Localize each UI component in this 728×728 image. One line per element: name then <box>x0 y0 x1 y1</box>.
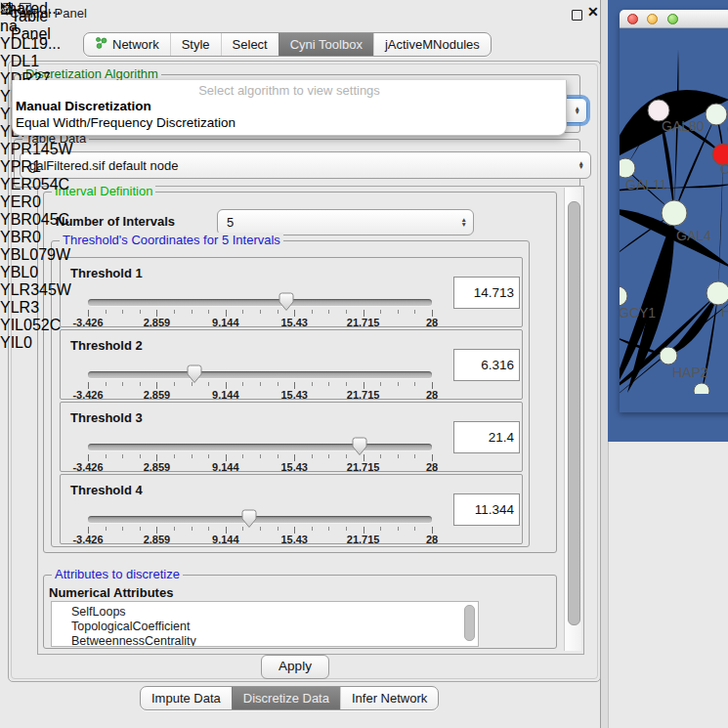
tab-infer-network[interactable]: Infer Network <box>340 687 438 709</box>
numerical-attributes-list[interactable]: SelfLoopsTopologicalCoefficientBetweenne… <box>51 601 479 647</box>
tab-infer-network-label: Infer Network <box>352 687 427 709</box>
number-of-intervals-label: Number of Intervals <box>56 214 175 229</box>
slider-tick <box>174 527 175 531</box>
cell-shared-name[interactable]: YBR045C <box>0 211 73 229</box>
tab-select[interactable]: Select <box>221 33 278 56</box>
float-window-icon[interactable] <box>572 10 582 21</box>
number-of-intervals-combobox[interactable]: 5 ▲▼ <box>217 209 474 236</box>
network-node-gal4[interactable] <box>662 200 687 226</box>
cell-shared-name[interactable]: YPR145W <box>0 141 73 158</box>
network-canvas[interactable]: GAL80GACGAL11GAL4GCY1HHAP2 <box>620 10 728 398</box>
vertical-scrollbar-thumb[interactable] <box>568 201 580 625</box>
cell-name[interactable]: YLR3 <box>0 299 73 317</box>
tab-jactivemnodules[interactable]: jActiveMNodules <box>373 33 491 56</box>
slider-tick <box>226 527 227 534</box>
slider-tick <box>260 310 261 314</box>
network-node-hap2[interactable] <box>660 347 677 364</box>
cell-name[interactable]: YDL1 <box>0 53 73 70</box>
cell-name[interactable]: YBL0 <box>0 264 73 281</box>
slider-tick <box>242 454 243 458</box>
cell-shared-name[interactable]: YER054C <box>0 176 73 193</box>
algorithm-option-equal-width-frequency[interactable]: Equal Width/Frequency Discretization <box>16 115 236 130</box>
slider-tick <box>106 310 107 314</box>
threshold-value-field[interactable]: 11.344 <box>453 493 520 526</box>
cell-shared-name[interactable]: YIL052C <box>0 317 73 334</box>
slider-tick <box>174 382 175 386</box>
minimize-traffic-light[interactable] <box>647 14 658 24</box>
network-node-ga[interactable] <box>706 104 727 125</box>
slider-tick <box>328 310 329 314</box>
slider-track[interactable] <box>88 516 432 523</box>
cell-name[interactable]: YBR0 <box>0 229 73 246</box>
table-row[interactable]: YBL079WYBL0 <box>0 246 73 281</box>
stepper-arrows-icon: ▲▼ <box>575 107 580 115</box>
slider-tick-label: 21.715 <box>347 461 380 473</box>
vertical-scrollbar[interactable] <box>564 188 581 651</box>
table-row[interactable]: YLR345WYLR3 <box>0 281 73 317</box>
column-header-name[interactable]: na <box>0 18 73 35</box>
bottom-tab-bar: Impute Data Discretize Data Infer Networ… <box>140 686 439 710</box>
apply-button[interactable]: Apply <box>261 655 329 679</box>
column-header-shared-name[interactable]: shared... <box>0 0 73 18</box>
zoom-traffic-light[interactable] <box>667 14 678 24</box>
slider-tick <box>380 310 381 314</box>
attribute-item[interactable]: SelfLoops <box>52 605 478 620</box>
network-node-gcy1[interactable] <box>620 286 627 306</box>
threshold-row: Threshold 1 -3.4262.8599.14415.4321.7152… <box>60 257 523 327</box>
network-edge[interactable] <box>620 213 674 394</box>
threshold-value-field[interactable]: 14.713 <box>453 277 520 309</box>
slider-tick <box>278 310 278 314</box>
table-row[interactable]: YPR145WYPR1 <box>0 141 73 176</box>
threshold-slider[interactable]: -3.4262.8599.14415.4321.71528 <box>88 442 432 471</box>
cell-name[interactable]: YIL0 <box>0 334 73 352</box>
slider-tick <box>140 382 141 386</box>
network-node[interactable] <box>694 383 709 394</box>
slider-tick-label: 9.144 <box>212 461 239 473</box>
cell-shared-name[interactable]: YBL079W <box>0 246 73 264</box>
slider-tick-label: 21.715 <box>347 534 380 545</box>
attribute-item[interactable]: BetweennessCentrality <box>52 634 478 647</box>
slider-tick <box>278 527 278 531</box>
slider-track[interactable] <box>88 444 432 450</box>
table-row[interactable]: YIL052CYIL0 <box>0 317 73 352</box>
threshold-slider[interactable]: -3.4262.8599.14415.4321.71528 <box>88 514 432 543</box>
close-icon[interactable]: ✕ <box>587 4 599 20</box>
cell-shared-name[interactable]: YDL19... <box>0 35 73 53</box>
tab-style[interactable]: Style <box>170 33 221 56</box>
table-row[interactable]: YDL19...YDL1 <box>0 35 73 70</box>
slider-tick <box>242 382 243 386</box>
slider-tick-label: 9.144 <box>212 534 239 545</box>
slider-tick <box>432 527 433 534</box>
network-node-gal11[interactable] <box>620 158 635 178</box>
threshold-slider[interactable]: -3.4262.8599.14415.4321.71528 <box>88 369 432 399</box>
table-row[interactable]: YER054CYER0 <box>0 176 73 211</box>
tab-discretize-data[interactable]: Discretize Data <box>232 687 340 709</box>
threshold-slider[interactable]: -3.4262.8599.14415.4321.71528 <box>88 297 432 326</box>
slider-tick <box>364 382 364 389</box>
slider-tick-label: 15.43 <box>280 317 308 328</box>
network-node-h[interactable] <box>707 281 728 305</box>
slider-tick <box>122 310 123 314</box>
close-traffic-light[interactable] <box>627 14 638 24</box>
table-row[interactable]: YBR045CYBR0 <box>0 211 73 246</box>
tab-impute-data[interactable]: Impute Data <box>141 687 232 709</box>
control-panel: Control Panel ✕ Network Style Select Cyn… <box>0 0 601 728</box>
threshold-label: Threshold 2 <box>70 338 143 353</box>
tab-cyni-toolbox[interactable]: Cyni Toolbox <box>278 33 373 56</box>
cell-name[interactable]: YER0 <box>0 193 73 211</box>
slider-tick <box>328 382 329 386</box>
node-label: C <box>720 161 728 177</box>
threshold-value-field[interactable]: 6.316 <box>453 349 520 381</box>
slider-tick-labels: -3.4262.8599.14415.4321.71528 <box>88 534 432 545</box>
network-window-titlebar[interactable] <box>620 10 728 28</box>
attributes-scrollbar-thumb[interactable] <box>464 605 475 641</box>
table-data-combobox[interactable]: galFiltered.sif default node ▲▼ <box>20 151 591 179</box>
cell-shared-name[interactable]: YLR345W <box>0 281 73 299</box>
cell-name[interactable]: YPR1 <box>0 158 73 176</box>
algorithm-option-manual-discretization[interactable]: Manual Discretization <box>16 99 151 113</box>
attribute-item[interactable]: TopologicalCoefficient <box>52 620 478 634</box>
threshold-value-field[interactable]: 21.4 <box>453 421 520 453</box>
slider-track[interactable] <box>88 371 432 378</box>
tab-network[interactable]: Network <box>84 33 170 56</box>
slider-track[interactable] <box>88 299 432 306</box>
